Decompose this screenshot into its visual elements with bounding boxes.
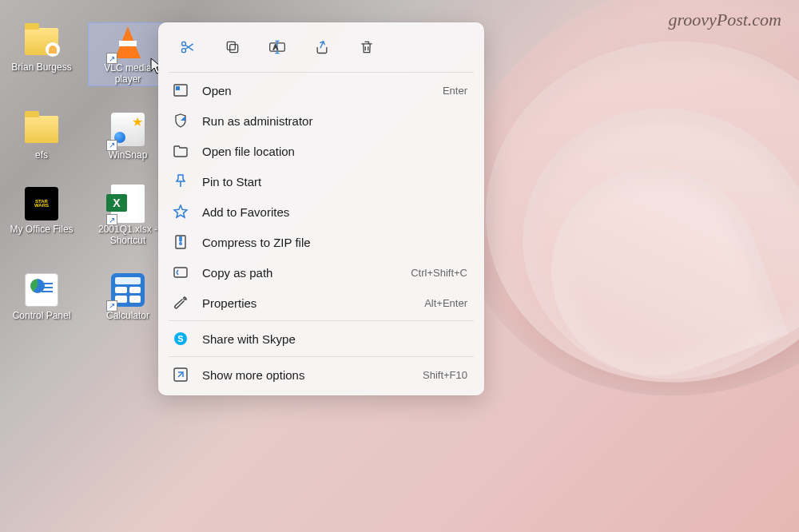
- open-icon: [172, 82, 189, 98]
- icon-label: WinSnap: [109, 150, 148, 161]
- svg-rect-10: [174, 268, 187, 277]
- menu-shortcut: Shift+F10: [423, 369, 467, 381]
- desktop-icon-excel-shortcut[interactable]: X ↗ 2001Q1.xlsx - Shortcut: [88, 185, 168, 247]
- copy-button[interactable]: [215, 33, 250, 62]
- menu-label: Share with Skype: [202, 332, 467, 346]
- menu-item-run-admin[interactable]: Run as administrator: [164, 105, 479, 136]
- watermark: groovyPost.com: [668, 10, 781, 30]
- svg-rect-2: [230, 45, 238, 53]
- shield-icon: [172, 113, 189, 129]
- menu-item-open[interactable]: Open Enter: [164, 75, 479, 105]
- icon-label: Brian Burgess: [11, 62, 71, 73]
- excel-file-icon: X ↗: [109, 185, 147, 223]
- more-options-icon: [172, 367, 189, 383]
- menu-separator: [169, 320, 474, 321]
- desktop-icon-efs[interactable]: efs: [2, 110, 81, 161]
- delete-button[interactable]: [349, 33, 384, 62]
- icon-label: efs: [35, 150, 48, 161]
- icon-label: Calculator: [106, 311, 149, 322]
- wrench-icon: [172, 295, 189, 311]
- menu-label: Copy as path: [202, 266, 411, 280]
- desktop-icon-calculator[interactable]: ↗ Calculator: [88, 271, 168, 322]
- shortcut-arrow-icon: ↗: [106, 300, 117, 312]
- icon-label: My Office Files: [10, 224, 73, 236]
- skype-icon: S: [172, 331, 189, 347]
- shortcut-arrow-icon: ↗: [106, 140, 117, 151]
- menu-item-copy-path[interactable]: Copy as path Ctrl+Shift+C: [164, 257, 479, 288]
- menu-label: Show more options: [202, 368, 423, 382]
- copy-icon: [225, 39, 240, 55]
- menu-separator: [169, 72, 474, 73]
- menu-label: Open: [202, 84, 443, 97]
- menu-item-pin-start[interactable]: Pin to Start: [164, 166, 479, 197]
- folder-icon: [22, 110, 61, 149]
- trash-icon: [359, 39, 375, 55]
- cut-button[interactable]: [170, 33, 205, 62]
- icon-label: 2001Q1.xlsx - Shortcut: [92, 224, 164, 247]
- menu-item-compress[interactable]: Compress to ZIP file: [164, 227, 479, 257]
- context-menu: A Open Enter Run as administrator: [158, 22, 484, 395]
- menu-label: Compress to ZIP file: [202, 236, 467, 249]
- menu-item-more-options[interactable]: Show more options Shift+F10: [164, 359, 479, 390]
- winsnap-icon: ★ ↗: [109, 110, 147, 149]
- shortcut-arrow-icon: ↗: [106, 53, 117, 64]
- rename-button[interactable]: A: [260, 33, 295, 62]
- scissors-icon: [180, 39, 196, 55]
- rename-icon: A: [268, 39, 286, 55]
- star-icon: [172, 204, 189, 220]
- folder-icon: STARWARS: [22, 185, 61, 223]
- folder-open-icon: [172, 143, 189, 159]
- zip-icon: [172, 234, 189, 250]
- svg-point-1: [182, 49, 186, 53]
- vlc-cone-icon: ↗: [109, 23, 147, 62]
- menu-separator: [169, 356, 474, 357]
- pin-icon: [172, 173, 189, 189]
- icon-label: Control Panel: [13, 311, 71, 322]
- calculator-icon: ↗: [109, 271, 147, 309]
- menu-label: Pin to Start: [202, 175, 467, 189]
- menu-shortcut: Alt+Enter: [424, 297, 467, 309]
- desktop-icon-user-folder[interactable]: Brian Burgess: [2, 22, 81, 86]
- menu-item-favorites[interactable]: Add to Favorites: [164, 197, 479, 227]
- svg-point-9: [180, 243, 182, 245]
- desktop-icon-winsnap[interactable]: ★ ↗ WinSnap: [88, 110, 168, 161]
- desktop-icon-office-files[interactable]: STARWARS My Office Files: [2, 185, 81, 247]
- folder-icon: [22, 22, 61, 61]
- menu-label: Open file location: [202, 145, 467, 158]
- control-panel-icon: [22, 271, 61, 309]
- menu-label: Properties: [202, 296, 424, 310]
- desktop-icon-vlc[interactable]: ↗ VLC media player: [88, 22, 168, 86]
- desktop[interactable]: groovyPost.com Brian Burgess ↗ VLC media…: [0, 0, 799, 532]
- svg-text:S: S: [177, 334, 183, 343]
- menu-label: Run as administrator: [202, 114, 467, 128]
- menu-item-open-location[interactable]: Open file location: [164, 136, 479, 166]
- menu-shortcut: Enter: [443, 85, 467, 97]
- copy-path-icon: [172, 264, 189, 280]
- shortcut-arrow-icon: ↗: [106, 214, 117, 225]
- share-icon: [314, 39, 330, 55]
- context-menu-toolbar: A: [164, 28, 479, 69]
- svg-rect-7: [176, 86, 180, 90]
- desktop-icons-grid: Brian Burgess ↗ VLC media player efs ★ ↗…: [2, 22, 168, 322]
- desktop-icon-control-panel[interactable]: Control Panel: [2, 271, 81, 322]
- share-button[interactable]: [304, 33, 340, 62]
- menu-shortcut: Ctrl+Shift+C: [411, 267, 467, 279]
- svg-text:A: A: [273, 43, 278, 51]
- menu-item-skype[interactable]: S Share with Skype: [164, 324, 479, 354]
- svg-point-0: [182, 42, 186, 46]
- menu-item-properties[interactable]: Properties Alt+Enter: [164, 288, 479, 318]
- svg-rect-3: [227, 42, 235, 50]
- menu-label: Add to Favorites: [202, 205, 467, 219]
